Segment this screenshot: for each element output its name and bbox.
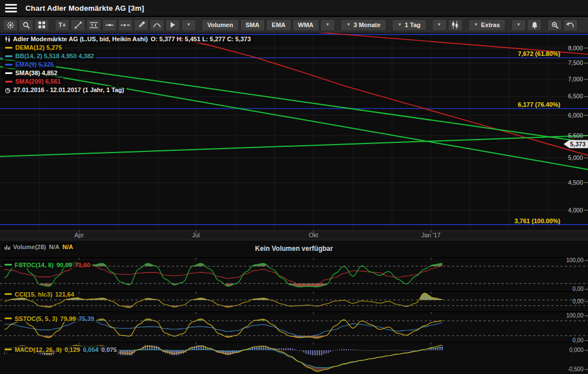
chart-legend: Adler Modemärkte AG (L.US, bid, Heikin A… [3, 35, 253, 94]
layout-grid-icon[interactable] [34, 19, 49, 31]
interval-dropdown[interactable]: ▼1 Tag [392, 19, 426, 31]
series-legend-row[interactable]: Adler Modemärkte AG (L.US, bid, Heikin A… [3, 35, 253, 43]
svg-text:7,000: 7,000 [568, 76, 583, 82]
alert-bell-icon[interactable] [527, 19, 542, 31]
legend-row-bb[interactable]: BB(14, 2) 5,518 4,950 4,382 [3, 52, 96, 60]
sma-button[interactable]: SMA [240, 19, 265, 31]
legend-row-ema[interactable]: EMA(9) 5,325 [3, 60, 56, 68]
extras-dropdown[interactable]: ▼Extras [468, 19, 506, 31]
drawing-tools-dropdown-icon[interactable]: ▼ [181, 19, 196, 31]
sstoc-panel-label[interactable]: SSTOC(5, 5, 3)79,9975,39 [2, 315, 97, 322]
indicators-dropdown-icon[interactable]: ▼ [320, 19, 335, 31]
series-icon [5, 36, 10, 42]
ema-marker [5, 64, 12, 66]
cci-marker [5, 293, 12, 295]
sstoc-marker [5, 318, 12, 319]
svg-text:5,373: 5,373 [570, 141, 586, 147]
svg-text:4,500: 4,500 [568, 179, 583, 186]
sma38-marker [5, 72, 12, 74]
svg-text:0,00: 0,00 [573, 286, 584, 292]
svg-text:-0,500: -0,500 [568, 366, 584, 372]
last-price-tag: 5,373 [564, 140, 588, 148]
forecast-tool-icon[interactable] [165, 19, 180, 31]
svg-text:0,00: 0,00 [573, 298, 584, 305]
legend-row-sma38[interactable]: SMA(38) 4,852 [3, 69, 60, 77]
search-icon[interactable] [19, 19, 33, 31]
volume-panel-label[interactable]: Volume(28)N/AN/A [2, 243, 75, 250]
macd-marker [5, 349, 12, 350]
chart-application-window: { "titlebar": { "title": "Chart Adler Mo… [0, 0, 588, 374]
fstoc-panel-label[interactable]: FSTOC(14, 8)90,0971,60 [2, 261, 93, 268]
bb-marker [5, 55, 12, 57]
menu-icon[interactable] [5, 4, 17, 12]
svg-text:6,500: 6,500 [568, 93, 583, 99]
svg-text:0,00: 0,00 [573, 337, 584, 343]
macd-panel-label[interactable]: MACD(12, 26, 9)0,1290,0540,075 [2, 346, 119, 353]
svg-text:0,000: 0,000 [569, 347, 583, 353]
svg-text:7,500: 7,500 [568, 59, 583, 66]
sma200-marker [5, 81, 12, 82]
svg-text:5,500: 5,500 [568, 132, 583, 139]
horizontal-line-tool-icon[interactable] [102, 19, 117, 31]
svg-text:100,00: 100,00 [566, 312, 583, 319]
dotted-line-tool-icon[interactable] [118, 19, 133, 31]
candlestick-style-icon[interactable] [448, 19, 463, 31]
svg-text:7,672 (61.80%): 7,672 (61.80%) [518, 50, 561, 57]
volumen-button[interactable]: Volumen [202, 19, 239, 31]
series-name: Adler Modemärkte AG (L.US, bid, Heikin A… [13, 36, 148, 42]
chart-style-dropdown-icon[interactable]: ▼ [432, 19, 447, 31]
svg-text:8,000: 8,000 [568, 45, 583, 51]
settings-icon[interactable] [3, 19, 18, 31]
title-bar: Chart Adler Modemärkte AG [3m] [0, 0, 588, 17]
timeframe-dropdown[interactable]: ▼3 Monate [341, 19, 386, 31]
svg-text:3,761 (100.00%): 3,761 (100.00%) [515, 218, 561, 224]
fstoc-marker [5, 264, 12, 266]
brush-tool-icon[interactable] [134, 19, 149, 31]
text-tool-icon[interactable]: T+ [55, 19, 69, 31]
wma-button[interactable]: WMA [293, 19, 320, 31]
trendline-tool-icon[interactable] [71, 19, 85, 31]
clock-icon: ◷ [5, 86, 11, 94]
undo-icon[interactable] [563, 19, 578, 31]
legend-row-dema[interactable]: DEMA(12) 5,275 [3, 44, 64, 51]
svg-text:6,000: 6,000 [568, 112, 583, 119]
volume-icon [5, 244, 10, 250]
no-volume-message: Kein Volumen verfügbar [0, 245, 588, 253]
svg-text:5,000: 5,000 [568, 154, 583, 161]
svg-text:6,177 (76.40%): 6,177 (76.40%) [518, 101, 561, 108]
ohlc-values: O: 5,377 H: 5,451 L: 5,277 C: 5,373 [151, 36, 251, 42]
ema-button[interactable]: EMA [266, 19, 291, 31]
window-title: Chart Adler Modemärkte AG [3m] [25, 4, 144, 12]
date-range-row: ◷27.01.2016 - 12.01.2017 (1 Jahr, 1 Tag) [3, 86, 127, 94]
svg-text:100,00: 100,00 [566, 257, 583, 263]
date-range: 27.01.2016 - 12.01.2017 (1 Jahr, 1 Tag) [14, 86, 124, 93]
zoom-in-icon[interactable] [547, 19, 562, 31]
svg-text:4,000: 4,000 [568, 207, 583, 214]
arc-tool-icon[interactable] [150, 19, 164, 31]
legend-row-sma200[interactable]: SMA(200) 6,561 [3, 77, 63, 85]
fibonacci-tool-icon[interactable] [86, 19, 101, 31]
dema-marker [5, 47, 12, 49]
chart-toolbar: T+ ▼ Volumen SMA EMA WMA ▼ ▼3 Monate ▼1 … [0, 17, 588, 33]
cci-panel-label[interactable]: CCI(15, hlc3)121,64 [2, 290, 76, 298]
extras-more-dropdown-icon[interactable]: ▼ [511, 19, 526, 31]
